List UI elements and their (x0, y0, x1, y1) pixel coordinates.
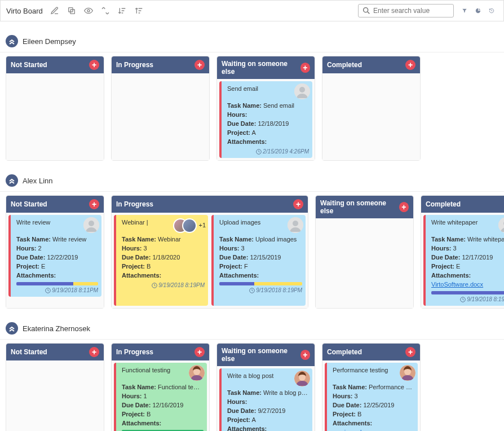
edit-icon[interactable] (48, 5, 61, 17)
add-card-button[interactable]: + (194, 60, 205, 70)
column-body[interactable]: Functional testing Task Name: Functional… (112, 360, 209, 431)
progress-bar (16, 282, 98, 285)
column-body[interactable]: Write review Task Name: Write review Hou… (6, 213, 104, 308)
task-card[interactable]: +1 Webinar | Task Name: Webinar Hours: 3… (114, 215, 208, 306)
card-timestamp: 2/15/2019 4:26PM (227, 148, 309, 156)
column-title: Waiting on someone else (222, 347, 300, 363)
add-card-button[interactable]: + (89, 199, 99, 209)
column-header: In Progress + (112, 56, 209, 73)
card-timestamp: 9/19/2018 8:19PM (431, 296, 504, 304)
column-body[interactable] (112, 73, 209, 160)
card-timestamp: 9/19/2018 8:11PM (16, 287, 98, 295)
columns-row: Not Started + Write review Task Name: Wr… (0, 192, 504, 309)
card-fields: Task Name: Send email Hours: Due Date: 1… (227, 102, 309, 147)
add-card-button[interactable]: + (194, 347, 205, 357)
column-body[interactable] (6, 360, 104, 431)
collapse-button[interactable] (6, 322, 18, 335)
board-column: Not Started + (6, 343, 104, 431)
chevron-up-icon (8, 38, 15, 45)
task-card[interactable]: Upload images Task Name: Upload images H… (211, 215, 306, 306)
board-column: Waiting on someone else + (315, 195, 414, 309)
column-body[interactable]: Write a blog post Task Name: Write a blo… (217, 366, 315, 431)
column-header: Completed + (322, 344, 420, 360)
toolbar-left-group (48, 5, 145, 17)
sort-asc-icon[interactable] (116, 5, 129, 17)
filter-icon[interactable] (458, 5, 471, 17)
card-timestamp: 9/19/2018 8:19PM (122, 282, 205, 290)
card-fields: Task Name: Performance … Hours: 3 Due Da… (333, 383, 414, 431)
column-body[interactable]: Performance testing Task Name: Performan… (322, 360, 420, 431)
eye-icon[interactable] (82, 5, 95, 17)
column-title: Not Started (11, 61, 47, 69)
svg-point-2 (87, 10, 90, 12)
add-card-button[interactable]: + (89, 60, 99, 70)
add-card-button[interactable]: + (405, 347, 415, 357)
task-card[interactable]: Performance testing Task Name: Performan… (325, 363, 418, 431)
column-title: Waiting on someone else (222, 60, 300, 76)
columns-row: Not Started + In Progress + Waiting on s… (0, 52, 504, 161)
column-title: In Progress (116, 200, 153, 208)
board-column: In Progress + Functional testing Task Na… (111, 343, 210, 431)
column-body[interactable]: Send email Task Name: Send email Hours: … (217, 79, 315, 160)
task-card[interactable]: Write review Task Name: Write review Hou… (8, 215, 101, 297)
column-body[interactable]: +1 Webinar | Task Name: Webinar Hours: 3… (112, 213, 308, 308)
avatar-icon (182, 218, 197, 233)
search-box[interactable] (358, 4, 454, 17)
swimlane-name: Eileen Dempsey (23, 37, 76, 46)
board-column: Waiting on someone else + Send email Tas… (216, 56, 315, 161)
column-body[interactable] (322, 73, 420, 160)
card-fields: Task Name: Write a blog p… Hours: Due Da… (227, 389, 309, 431)
column-header: Waiting on someone else + (316, 196, 413, 218)
column-title: Completed (327, 348, 362, 356)
add-card-button[interactable]: + (399, 202, 409, 212)
add-card-button[interactable]: + (300, 63, 310, 73)
task-card[interactable]: Send email Task Name: Send email Hours: … (219, 81, 312, 158)
search-input[interactable] (373, 7, 450, 15)
swimlane-name: Alex Linn (23, 177, 52, 185)
column-header: In Progress + (112, 196, 308, 213)
add-card-button[interactable]: + (405, 60, 415, 70)
task-card[interactable]: Write a blog post Task Name: Write a blo… (219, 368, 312, 431)
collapse-expand-icon[interactable] (99, 5, 112, 17)
avatar-stack: +1 (179, 218, 206, 233)
add-card-button[interactable]: + (300, 350, 310, 360)
board-column: Completed + (322, 56, 421, 161)
swimlane: Eileen Dempsey Not Started + In Progress… (0, 33, 504, 161)
search-icon (362, 6, 371, 15)
card-fields: Task Name: Write whitepa… Hours: 3 Due D… (431, 235, 504, 289)
swimlane: Ekaterina Zhernosek Not Started + In Pro… (0, 320, 504, 431)
column-header: Completed + (421, 196, 504, 213)
column-body[interactable] (316, 218, 413, 308)
task-card[interactable]: Functional testing Task Name: Functional… (114, 363, 207, 431)
swimlane-header: Alex Linn (0, 172, 504, 192)
add-card-button[interactable]: + (293, 199, 303, 209)
chart-icon[interactable] (472, 5, 484, 17)
board-column: Waiting on someone else + Write a blog p… (216, 343, 315, 431)
task-card[interactable]: Write whitepaper Task Name: Write whitep… (423, 215, 504, 306)
swimlane-header: Ekaterina Zhernosek (0, 320, 504, 340)
add-card-button[interactable]: + (89, 347, 99, 357)
column-body[interactable] (6, 73, 104, 160)
column-header: Waiting on someone else + (217, 344, 315, 366)
attachment-link[interactable]: services.xlsx (333, 428, 414, 431)
collapse-button[interactable] (6, 174, 18, 187)
collapse-button[interactable] (6, 35, 18, 47)
swimlane-header: Eileen Dempsey (0, 33, 504, 52)
board-column: Completed + Write whitepaper Task Name: … (421, 195, 504, 309)
history-icon[interactable] (485, 5, 498, 17)
board-column: In Progress + +1 Webinar | Task Name: We… (111, 195, 308, 309)
card-title: Write whitepaper (431, 218, 504, 233)
board-title: Virto Board (6, 7, 43, 15)
column-title: Waiting on someone else (320, 199, 399, 215)
swimlane: Alex Linn Not Started + Write review Tas… (0, 172, 504, 309)
avatar-icon (294, 83, 310, 99)
copy-icon[interactable] (65, 5, 78, 17)
attachment-link[interactable]: VirtoSoftware.docx (431, 280, 504, 289)
chevron-up-icon (8, 177, 15, 184)
column-title: Not Started (11, 348, 47, 356)
column-header: Completed + (322, 56, 420, 73)
column-body[interactable]: Write whitepaper Task Name: Write whitep… (421, 213, 504, 308)
svg-point-3 (364, 8, 368, 12)
card-timestamp: 9/19/2018 8:19PM (219, 287, 302, 295)
sort-desc-icon[interactable] (133, 5, 145, 17)
